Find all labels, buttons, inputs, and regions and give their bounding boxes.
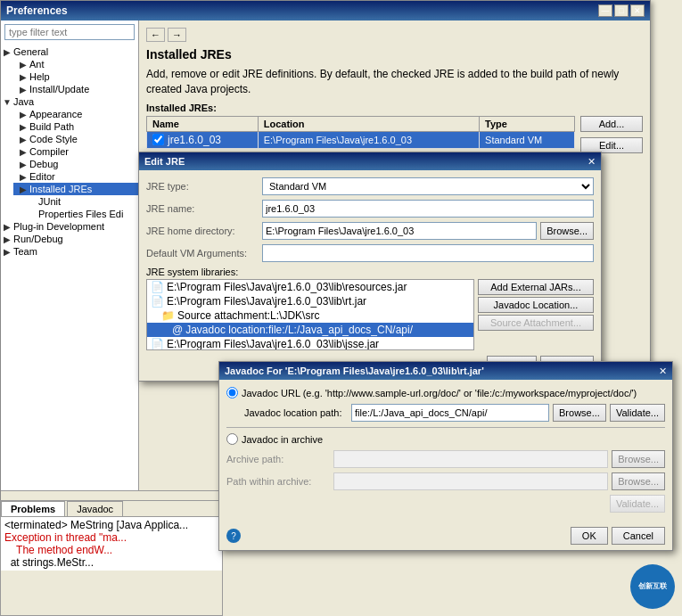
sidebar-item-editor[interactable]: ▶ Editor bbox=[13, 170, 138, 183]
titlebar-buttons: — □ ✕ bbox=[598, 4, 645, 17]
sidebar-item-appearance[interactable]: ▶ Appearance bbox=[13, 108, 138, 120]
sidebar-item-install-update[interactable]: ▶ Install/Update bbox=[13, 83, 138, 95]
javadoc-dialog: Javadoc For 'E:\Program Files\Java\jre1.… bbox=[218, 361, 673, 551]
minimize-button[interactable]: — bbox=[598, 4, 612, 17]
vm-args-input[interactable] bbox=[262, 244, 594, 262]
libs-list[interactable]: 📄 E:\Program Files\Java\jre1.6.0_03\lib\… bbox=[146, 279, 474, 350]
lib-label-javadoc: Javadoc location:file:/L:/Java_api_docs_… bbox=[185, 324, 413, 336]
expand-editor: ▶ bbox=[17, 172, 29, 182]
expand-appearance: ▶ bbox=[17, 110, 29, 119]
expand-installed-jres: ▶ bbox=[17, 185, 29, 194]
javadoc-title: Javadoc For 'E:\Program Files\Java\jre1.… bbox=[225, 365, 484, 376]
sidebar-item-run-debug[interactable]: ▶ Run/Debug bbox=[1, 233, 138, 245]
edit-jre-dialog: Edit JRE ✕ JRE type: Standard VM JRE nam… bbox=[138, 152, 602, 382]
tab-problems[interactable]: Problems bbox=[1, 501, 65, 516]
jre-home-input[interactable] bbox=[262, 222, 537, 240]
sidebar-item-debug[interactable]: ▶ Debug bbox=[13, 158, 138, 170]
sidebar-item-java[interactable]: ▼ Java bbox=[1, 95, 138, 108]
expand-plugin-dev: ▶ bbox=[1, 222, 13, 232]
edit-button[interactable]: Edit... bbox=[580, 137, 643, 153]
maximize-button[interactable]: □ bbox=[614, 4, 629, 17]
path-within-browse-btn: Browse... bbox=[612, 472, 665, 490]
lib-item-javadoc[interactable]: @ Javadoc location:file:/L:/Java_api_doc… bbox=[147, 323, 473, 337]
path-within-input bbox=[333, 472, 608, 490]
sidebar-item-team[interactable]: ▶ Team bbox=[1, 245, 138, 258]
sidebar-item-build-path[interactable]: ▶ Build Path bbox=[13, 120, 138, 133]
lib-icon-resources: 📄 bbox=[151, 281, 164, 293]
jre-home-browse[interactable]: Browse... bbox=[540, 222, 594, 240]
sidebar-item-prop-files[interactable]: Properties Files Edi bbox=[38, 208, 138, 220]
libs-action-buttons: Add External JARs... Javadoc Location...… bbox=[478, 279, 594, 350]
expand-run-debug: ▶ bbox=[1, 234, 13, 244]
expand-ant: ▶ bbox=[17, 60, 29, 70]
expand-build-path: ▶ bbox=[17, 122, 29, 132]
javadoc-footer: ? OK Cancel bbox=[219, 523, 672, 550]
sidebar-item-code-style[interactable]: ▶ Code Style bbox=[13, 133, 138, 145]
page-title: Installed JREs bbox=[146, 47, 643, 62]
lib-item-src[interactable]: 📁 Source attachment:L:\JDK\src bbox=[147, 308, 473, 323]
javadoc-ok-btn[interactable]: OK bbox=[571, 527, 608, 545]
expand-general[interactable]: ▶ bbox=[1, 47, 13, 57]
validate-archive-btn: Validate... bbox=[610, 495, 665, 513]
cell-location: E:\Program Files\Java\jre1.6.0_03 bbox=[258, 131, 479, 148]
libs-wrapper: 📄 E:\Program Files\Java\jre1.6.0_03\lib\… bbox=[146, 279, 594, 350]
lib-item-rt[interactable]: 📄 E:\Program Files\Java\jre1.6.0_03\lib\… bbox=[147, 294, 473, 308]
forward-button[interactable]: → bbox=[168, 28, 186, 42]
sidebar-item-ant[interactable]: ▶ Ant bbox=[13, 58, 138, 70]
sidebar-item-plugin-dev[interactable]: ▶ Plug-in Development bbox=[1, 220, 138, 233]
back-button[interactable]: ← bbox=[146, 28, 165, 42]
jre-table-inner: Name Location Type jre1.6.0_03 bbox=[146, 116, 575, 156]
edit-jre-close[interactable]: ✕ bbox=[588, 156, 596, 168]
location-browse-btn[interactable]: Browse... bbox=[553, 404, 606, 422]
add-button[interactable]: Add... bbox=[580, 116, 643, 132]
divider bbox=[226, 427, 665, 428]
sidebar-item-compiler[interactable]: ▶ Compiler bbox=[13, 145, 138, 158]
eclipse-logo: 创新互联 bbox=[630, 564, 675, 609]
add-external-jars-btn[interactable]: Add External JARs... bbox=[478, 279, 594, 295]
location-path-input[interactable] bbox=[351, 404, 549, 422]
lib-item-resources[interactable]: 📄 E:\Program Files\Java\jre1.6.0_03\lib\… bbox=[147, 280, 473, 294]
jre-type-label: JRE type: bbox=[146, 181, 262, 192]
filter-input[interactable] bbox=[4, 24, 135, 40]
sidebar-item-general[interactable]: ▶ General bbox=[1, 45, 138, 58]
prop-files-item-wrap: Properties Files Edi bbox=[13, 208, 138, 220]
expand-java[interactable]: ▼ bbox=[1, 97, 13, 107]
table-row[interactable]: jre1.6.0_03 E:\Program Files\Java\jre1.6… bbox=[147, 131, 575, 148]
libs-label: JRE system libraries: bbox=[146, 267, 594, 277]
lib-label-resources: E:\Program Files\Java\jre1.6.0_03\lib\re… bbox=[167, 281, 407, 293]
javadoc-location-btn[interactable]: Javadoc Location... bbox=[478, 297, 594, 313]
javadoc-titlebar: Javadoc For 'E:\Program Files\Java\jre1.… bbox=[219, 362, 672, 380]
javadoc-close[interactable]: ✕ bbox=[659, 365, 667, 377]
console-line-2: Exception in thread "ma... bbox=[4, 531, 218, 544]
console-line-1: <terminated> MeString [Java Applica... bbox=[4, 519, 218, 531]
bottom-panel: Problems Javadoc <terminated> MeString [… bbox=[0, 500, 223, 616]
sidebar-item-installed-jres[interactable]: ▶ Installed JREs bbox=[13, 183, 138, 195]
validate-url-btn[interactable]: Validate... bbox=[610, 404, 665, 422]
close-button[interactable]: ✕ bbox=[630, 4, 645, 17]
url-radio[interactable] bbox=[226, 387, 238, 398]
archive-radio[interactable] bbox=[226, 433, 238, 445]
lib-icon-javadoc: @ bbox=[172, 324, 183, 336]
jre-table-wrapper: Name Location Type jre1.6.0_03 bbox=[146, 116, 643, 156]
bottom-tabs: Problems Javadoc bbox=[1, 501, 222, 517]
sidebar-item-help[interactable]: ▶ Help bbox=[13, 70, 138, 83]
jre-type-select[interactable]: Standard VM bbox=[262, 177, 594, 195]
console-line-4: at strings.MeStr... bbox=[4, 556, 218, 569]
javadoc-cancel-btn[interactable]: Cancel bbox=[612, 527, 665, 545]
lib-icon-rt: 📄 bbox=[151, 295, 164, 308]
tree-area: ▶ General ▶ Ant ▶ Help ▶ Install/Update bbox=[1, 44, 138, 516]
path-within-row: Path within archive: Browse... bbox=[226, 472, 665, 490]
lib-icon-src: 📁 bbox=[161, 309, 175, 322]
jre-name-input[interactable] bbox=[262, 200, 594, 218]
sidebar-item-junit[interactable]: JUnit bbox=[38, 195, 138, 208]
lib-label-src: Source attachment:L:\JDK\src bbox=[177, 309, 319, 322]
lib-label-jsse: E:\Program Files\Java\jre1.6.0_03\lib\js… bbox=[167, 338, 379, 350]
col-location: Location bbox=[258, 116, 479, 131]
help-icon[interactable]: ? bbox=[226, 529, 241, 543]
tab-javadoc[interactable]: Javadoc bbox=[67, 501, 123, 516]
jre-checkbox[interactable] bbox=[152, 134, 164, 145]
section-label: Installed JREs: bbox=[146, 103, 643, 113]
url-radio-row: Javadoc URL (e.g. 'http://www.sample-url… bbox=[226, 387, 665, 398]
lib-item-jsse[interactable]: 📄 E:\Program Files\Java\jre1.6.0_03\lib\… bbox=[147, 337, 473, 350]
expand-team: ▶ bbox=[1, 247, 13, 257]
